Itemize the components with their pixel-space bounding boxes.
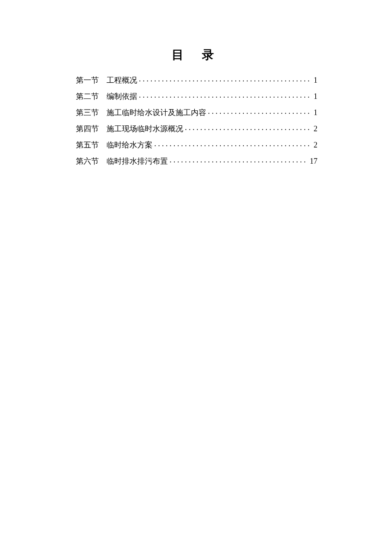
toc-page-number: 1 (314, 109, 317, 116)
toc-section-label: 第五节 (76, 141, 99, 149)
toc-section-label: 第一节 (76, 76, 99, 84)
toc-entry-name: 工程概况 (107, 76, 137, 84)
toc-entry-name: 编制依据 (107, 92, 137, 100)
toc-entry: 第三节 施工临时给水设计及施工内容 1 (76, 107, 317, 116)
toc-leader-dots (139, 91, 312, 99)
toc-leader-dots (154, 140, 312, 147)
toc-entry: 第六节 临时排水排污布置 17 (76, 156, 317, 165)
toc-entry-name: 施工临时给水设计及施工内容 (107, 109, 206, 116)
toc-section-label: 第六节 (76, 157, 99, 165)
toc-section-label: 第二节 (76, 92, 99, 100)
toc-page-number: 1 (314, 92, 317, 100)
toc-entry-name: 临时给水方案 (107, 141, 153, 149)
toc-entry-name: 临时排水排污布置 (107, 157, 168, 165)
toc-entry: 第一节 工程概况 1 (76, 75, 317, 84)
toc-entry: 第二节 编制依据 1 (76, 91, 317, 100)
toc-leader-dots (208, 107, 312, 115)
toc-section-label: 第四节 (76, 125, 99, 133)
toc-entry-name: 施工现场临时水源概况 (107, 125, 183, 133)
toc-page-number: 2 (314, 125, 317, 133)
document-page: 目 录 第一节 工程概况 1 第二节 编制依据 1 第三节 施工临时给水设计及施… (0, 0, 392, 555)
toc-leader-dots (139, 75, 312, 83)
toc-leader-dots (185, 124, 312, 131)
toc-section-label: 第三节 (76, 109, 99, 116)
toc-page-number: 2 (314, 141, 317, 149)
toc-entry: 第四节 施工现场临时水源概况 2 (76, 124, 317, 133)
toc-leader-dots (170, 156, 308, 164)
toc-page-number: 17 (310, 157, 317, 165)
toc-title: 目 录 (76, 47, 317, 63)
toc-entry: 第五节 临时给水方案 2 (76, 140, 317, 149)
toc-list: 第一节 工程概况 1 第二节 编制依据 1 第三节 施工临时给水设计及施工内容 … (76, 75, 317, 165)
toc-page-number: 1 (314, 76, 317, 84)
